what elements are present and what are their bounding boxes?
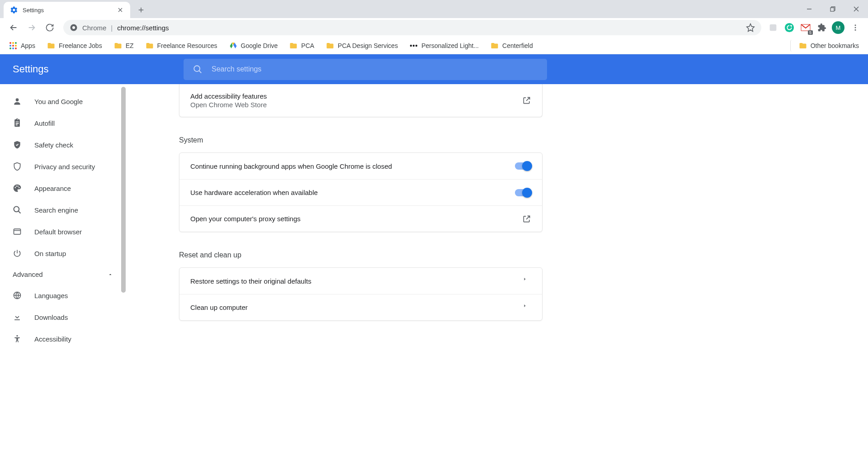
bookmark-item[interactable]: Personalized Light... bbox=[406, 40, 482, 51]
sidebar-item-label: Downloads bbox=[34, 313, 68, 321]
sidebar-item-languages[interactable]: Languages bbox=[0, 285, 126, 306]
sidebar-item-safety-check[interactable]: Safety check bbox=[0, 134, 126, 156]
reset-card: Restore settings to their original defau… bbox=[179, 267, 542, 321]
tab-title: Settings bbox=[23, 7, 117, 14]
reset-heading: Reset and clean up bbox=[179, 251, 542, 259]
bookmark-label: Personalized Light... bbox=[421, 42, 479, 49]
bookmark-item[interactable]: EZ bbox=[110, 40, 137, 52]
svg-point-5 bbox=[855, 24, 856, 26]
bookmark-label: Freelance Jobs bbox=[59, 42, 102, 49]
bookmark-label: PCA bbox=[301, 42, 314, 49]
folder-icon bbox=[47, 42, 55, 50]
browser-tab[interactable]: Settings bbox=[4, 2, 130, 18]
bookmark-label: EZ bbox=[126, 42, 134, 49]
extensions-button[interactable] bbox=[816, 21, 828, 34]
row-title: Continue running background apps when Go… bbox=[190, 162, 392, 170]
bookmark-label: Centerfield bbox=[502, 42, 533, 49]
new-tab-button[interactable] bbox=[135, 4, 147, 16]
sidebar-item-on-startup[interactable]: On startup bbox=[0, 242, 126, 264]
close-window-button[interactable] bbox=[844, 0, 868, 18]
bookmark-item[interactable]: Centerfield bbox=[487, 40, 537, 52]
search-icon bbox=[13, 205, 22, 214]
sidebar-advanced-toggle[interactable]: Advanced bbox=[0, 264, 126, 285]
extension-icon-1[interactable] bbox=[767, 21, 779, 34]
bookmark-item[interactable]: PCA bbox=[286, 40, 318, 52]
open-external-icon bbox=[522, 214, 531, 223]
sidebar-item-label: Languages bbox=[34, 292, 68, 299]
svg-rect-3 bbox=[770, 24, 777, 31]
row-title: Add accessibility features bbox=[190, 92, 267, 100]
page-title: Settings bbox=[13, 63, 184, 75]
chevron-right-icon bbox=[522, 303, 531, 312]
address-bar[interactable]: Chrome | chrome://settings bbox=[63, 20, 761, 35]
sidebar-item-downloads[interactable]: Downloads bbox=[0, 306, 126, 328]
folder-icon bbox=[491, 42, 499, 50]
proxy-settings-row[interactable]: Open your computer's proxy settings bbox=[179, 205, 542, 232]
sidebar-item-autofill[interactable]: Autofill bbox=[0, 112, 126, 134]
dots-icon bbox=[410, 44, 418, 47]
main-content: You and Google Autofill Safety check Pri… bbox=[0, 84, 868, 451]
search-settings-input[interactable]: Search settings bbox=[184, 59, 547, 80]
hardware-accel-toggle[interactable] bbox=[515, 189, 531, 196]
reload-button[interactable] bbox=[42, 19, 58, 36]
folder-icon bbox=[799, 42, 807, 50]
row-title: Open your computer's proxy settings bbox=[190, 215, 301, 223]
download-icon bbox=[13, 313, 22, 322]
forward-button[interactable] bbox=[24, 19, 40, 36]
svg-point-15 bbox=[12, 47, 14, 49]
bookmark-item[interactable]: Freelance Resources bbox=[142, 40, 221, 52]
sidebar-item-privacy[interactable]: Privacy and security bbox=[0, 156, 126, 177]
apps-bookmark[interactable]: Apps bbox=[5, 40, 39, 52]
power-icon bbox=[13, 249, 22, 258]
cleanup-row[interactable]: Clean up computer bbox=[179, 294, 542, 320]
sidebar-item-label: On startup bbox=[34, 250, 66, 257]
sidebar-item-label: You and Google bbox=[34, 98, 83, 105]
system-heading: System bbox=[179, 136, 542, 144]
svg-point-16 bbox=[15, 47, 17, 49]
sidebar-item-label: Privacy and security bbox=[34, 163, 95, 171]
sidebar-item-label: Appearance bbox=[34, 185, 71, 192]
sidebar-item-label: Search engine bbox=[34, 206, 78, 214]
background-apps-toggle[interactable] bbox=[515, 162, 531, 170]
clipboard-icon bbox=[13, 119, 22, 128]
bookmark-star-button[interactable] bbox=[746, 23, 755, 32]
add-accessibility-row[interactable]: Add accessibility features Open Chrome W… bbox=[179, 84, 542, 117]
close-tab-button[interactable] bbox=[117, 6, 124, 14]
browser-menu-button[interactable] bbox=[848, 20, 863, 35]
svg-point-22 bbox=[14, 207, 19, 212]
sidebar-item-search-engine[interactable]: Search engine bbox=[0, 199, 126, 221]
accessibility-icon bbox=[13, 334, 22, 343]
bookmark-item[interactable]: PCA Design Services bbox=[322, 40, 401, 52]
folder-icon bbox=[326, 42, 334, 50]
apps-label: Apps bbox=[21, 42, 35, 49]
back-button[interactable] bbox=[5, 19, 22, 36]
svg-point-17 bbox=[410, 44, 412, 46]
minimize-button[interactable] bbox=[797, 0, 821, 18]
restore-defaults-row[interactable]: Restore settings to their original defau… bbox=[179, 268, 542, 294]
gmail-icon[interactable]: 5 bbox=[799, 21, 812, 34]
apps-icon bbox=[9, 42, 17, 50]
sidebar-item-label: Safety check bbox=[34, 141, 73, 149]
advanced-label: Advanced bbox=[13, 271, 43, 278]
sidebar-item-you-and-google[interactable]: You and Google bbox=[0, 90, 126, 112]
accessibility-card: Add accessibility features Open Chrome W… bbox=[179, 84, 542, 117]
grammarly-icon[interactable] bbox=[783, 21, 796, 34]
profile-avatar[interactable]: M bbox=[832, 21, 844, 34]
open-external-icon bbox=[522, 96, 531, 105]
sidebar-item-default-browser[interactable]: Default browser bbox=[0, 221, 126, 242]
row-title: Clean up computer bbox=[190, 304, 248, 311]
bookmark-item[interactable]: Freelance Jobs bbox=[43, 40, 106, 52]
bookmark-label: PCA Design Services bbox=[338, 42, 398, 49]
svg-point-19 bbox=[415, 44, 417, 46]
folder-icon bbox=[289, 42, 297, 50]
other-bookmarks[interactable]: Other bookmarks bbox=[790, 40, 863, 52]
browser-titlebar: Settings bbox=[0, 0, 868, 18]
svg-point-12 bbox=[12, 45, 14, 47]
maximize-button[interactable] bbox=[821, 0, 844, 18]
gear-icon bbox=[10, 6, 18, 14]
svg-point-2 bbox=[72, 26, 75, 29]
sidebar-scrollbar[interactable] bbox=[121, 87, 126, 293]
sidebar-item-accessibility[interactable]: Accessibility bbox=[0, 328, 126, 350]
sidebar-item-appearance[interactable]: Appearance bbox=[0, 177, 126, 199]
bookmark-item[interactable]: Google Drive bbox=[226, 40, 282, 52]
